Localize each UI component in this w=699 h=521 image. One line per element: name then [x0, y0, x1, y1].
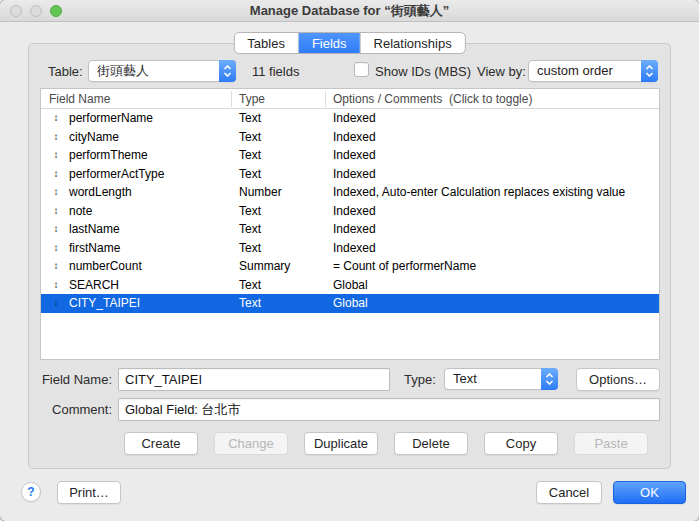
field-row[interactable]: ↕ SEARCH Text Global	[41, 276, 659, 295]
field-name-cell: performerActType	[69, 165, 164, 184]
field-type-cell: Summary	[239, 257, 290, 276]
field-type-cell: Text	[239, 276, 261, 295]
copy-button[interactable]: Copy	[484, 432, 558, 455]
field-type-cell: Number	[239, 183, 282, 202]
drag-handle-icon[interactable]: ↕	[50, 165, 62, 184]
field-name-cell: cityName	[69, 128, 119, 147]
column-header-field-name[interactable]: Field Name	[49, 89, 110, 109]
field-name-cell: lastName	[69, 220, 120, 239]
field-name-cell: numberCount	[69, 257, 142, 276]
field-list: Field Name Type Options / Comments (Clic…	[40, 88, 660, 360]
drag-handle-icon[interactable]: ↕	[50, 294, 62, 313]
delete-button[interactable]: Delete	[394, 432, 468, 455]
field-options-cell[interactable]: Indexed	[333, 202, 376, 221]
create-button[interactable]: Create	[124, 432, 198, 455]
show-ids-label[interactable]: Show IDs (MBS)	[375, 64, 471, 80]
field-type-cell: Text	[239, 294, 261, 313]
field-options-cell[interactable]: Indexed	[333, 109, 376, 128]
comment-input[interactable]: Global Field: 台北市	[118, 398, 660, 421]
column-header-options[interactable]: Options / Comments (Click to toggle)	[333, 89, 532, 109]
close-button[interactable]	[10, 5, 22, 17]
paste-button[interactable]: Paste	[574, 432, 648, 455]
cancel-button[interactable]: Cancel	[536, 481, 602, 504]
column-header-type[interactable]: Type	[239, 89, 265, 109]
field-name-cell: CITY_TAIPEI	[69, 294, 140, 313]
field-row[interactable]: ↕ performTheme Text Indexed	[41, 146, 659, 165]
field-options-cell[interactable]: Indexed	[333, 128, 376, 147]
field-type-cell: Text	[239, 239, 261, 258]
field-row[interactable]: ↕ numberCount Summary = Count of perform…	[41, 257, 659, 276]
popup-stepper-icon	[541, 368, 558, 390]
field-list-header[interactable]: Field Name Type Options / Comments (Clic…	[41, 89, 659, 109]
field-row[interactable]: ↕ wordLength Number Indexed, Auto-enter …	[41, 183, 659, 202]
field-row[interactable]: ↕ performerName Text Indexed	[41, 109, 659, 128]
table-label: Table:	[48, 64, 83, 80]
field-name-cell: note	[69, 202, 92, 221]
table-popup[interactable]: 街頭藝人	[88, 60, 236, 82]
zoom-button[interactable]	[50, 5, 62, 17]
field-type-cell: Text	[239, 220, 261, 239]
field-row[interactable]: ↕ cityName Text Indexed	[41, 128, 659, 147]
field-row[interactable]: ↕ CITY_TAIPEI Text Global	[41, 294, 659, 313]
field-type-cell: Text	[239, 128, 261, 147]
table-popup-value: 街頭藝人	[97, 61, 215, 81]
view-by-popup[interactable]: custom order	[528, 60, 658, 82]
tab-bar: TablesFieldsRelationships	[233, 32, 465, 54]
change-button[interactable]: Change	[214, 432, 288, 455]
field-row[interactable]: ↕ firstName Text Indexed	[41, 239, 659, 258]
ok-button[interactable]: OK	[613, 481, 686, 504]
field-name-cell: wordLength	[69, 183, 132, 202]
drag-handle-icon[interactable]: ↕	[50, 239, 62, 258]
minimize-button[interactable]	[30, 5, 42, 17]
field-type-cell: Text	[239, 165, 261, 184]
tab-relationships[interactable]: Relationships	[361, 33, 465, 53]
drag-handle-icon[interactable]: ↕	[50, 183, 62, 202]
field-options-cell[interactable]: Indexed	[333, 165, 376, 184]
field-options-cell[interactable]: Indexed	[333, 146, 376, 165]
field-row[interactable]: ↕ note Text Indexed	[41, 202, 659, 221]
type-popup[interactable]: Text	[444, 368, 558, 390]
field-options-cell[interactable]: Indexed, Auto-enter Calculation replaces…	[333, 183, 625, 202]
type-label: Type:	[404, 372, 436, 388]
tab-fields[interactable]: Fields	[299, 33, 361, 53]
field-type-cell: Text	[239, 202, 261, 221]
popup-stepper-icon	[641, 60, 658, 82]
comment-label: Comment:	[30, 402, 112, 418]
options-button[interactable]: Options…	[576, 368, 660, 391]
field-type-cell: Text	[239, 109, 261, 128]
field-options-cell[interactable]: Global	[333, 276, 368, 295]
column-divider	[231, 91, 232, 107]
help-button[interactable]: ?	[21, 482, 41, 502]
drag-handle-icon[interactable]: ↕	[50, 257, 62, 276]
popup-stepper-icon	[219, 60, 236, 82]
drag-handle-icon[interactable]: ↕	[50, 276, 62, 295]
fields-count: 11 fields	[252, 64, 299, 80]
traffic-lights	[10, 5, 62, 17]
field-options-cell[interactable]: Indexed	[333, 239, 376, 258]
field-name-input[interactable]: CITY_TAIPEI	[118, 368, 390, 391]
field-row[interactable]: ↕ lastName Text Indexed	[41, 220, 659, 239]
view-by-popup-value: custom order	[537, 61, 637, 81]
drag-handle-icon[interactable]: ↕	[50, 109, 62, 128]
field-options-cell[interactable]: Indexed	[333, 220, 376, 239]
field-row[interactable]: ↕ performerActType Text Indexed	[41, 165, 659, 184]
drag-handle-icon[interactable]: ↕	[50, 128, 62, 147]
field-options-cell[interactable]: Global	[333, 294, 368, 313]
tab-tables[interactable]: Tables	[234, 33, 299, 53]
column-divider	[325, 91, 326, 107]
view-by-label: View by:	[477, 64, 526, 80]
drag-handle-icon[interactable]: ↕	[50, 202, 62, 221]
field-list-rows: ↕ performerName Text Indexed ↕ cityName …	[41, 109, 659, 359]
drag-handle-icon[interactable]: ↕	[50, 220, 62, 239]
window-title: Manage Database for “街頭藝人”	[0, 0, 699, 21]
field-name-cell: SEARCH	[69, 276, 119, 295]
field-name-cell: performTheme	[69, 146, 148, 165]
action-button-row: CreateChangeDuplicateDeleteCopyPaste	[124, 432, 648, 455]
duplicate-button[interactable]: Duplicate	[304, 432, 378, 455]
print-button[interactable]: Print…	[57, 481, 121, 504]
show-ids-checkbox[interactable]	[354, 62, 369, 77]
drag-handle-icon[interactable]: ↕	[50, 146, 62, 165]
manage-database-dialog: Manage Database for “街頭藝人” TablesFieldsR…	[0, 0, 699, 521]
field-name-label: Field Name:	[30, 372, 112, 388]
field-options-cell[interactable]: = Count of performerName	[333, 257, 476, 276]
